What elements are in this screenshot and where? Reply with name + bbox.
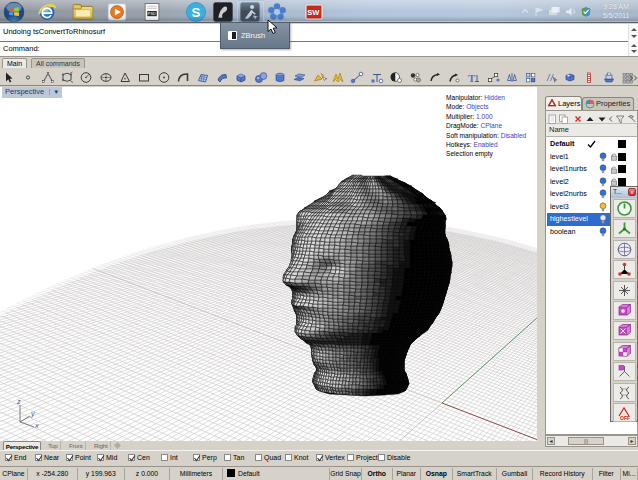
svg-text:OFF: OFF [620, 415, 630, 421]
svg-text:SW: SW [307, 8, 320, 17]
svg-text:y: y [30, 409, 36, 418]
svg-text:x: x [34, 421, 39, 430]
svg-text:T: T [468, 72, 476, 84]
svg-text:PSD: PSD [148, 12, 156, 16]
svg-text:z: z [16, 397, 21, 406]
svg-text:S: S [191, 4, 200, 19]
